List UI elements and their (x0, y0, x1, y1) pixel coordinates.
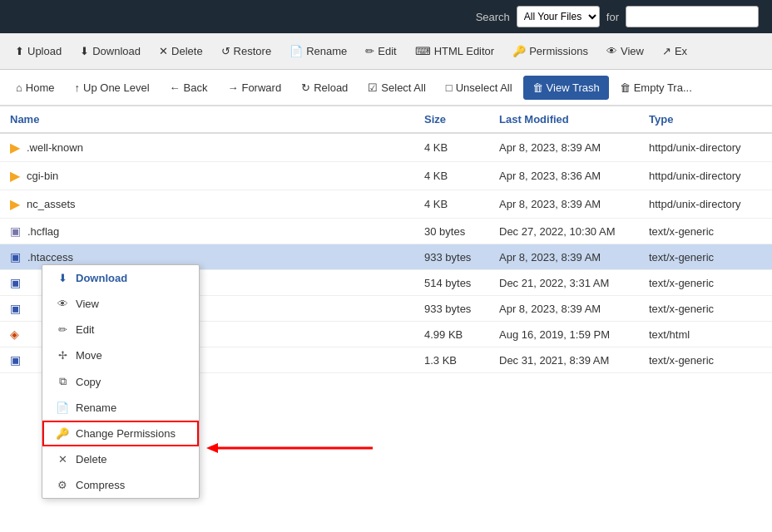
cell-size: 4 KB (414, 133, 489, 162)
folder-icon: ▶ (10, 168, 20, 184)
edit-button[interactable]: ✏ Edit (357, 41, 404, 62)
context-item-download[interactable]: ⬇ Download (42, 265, 199, 291)
col-size[interactable]: Size (414, 106, 489, 133)
reload-button[interactable]: ↻ Reload (292, 76, 357, 100)
file-name: cgi-bin (27, 170, 58, 182)
back-button[interactable]: ← Back (161, 76, 217, 100)
delete-button[interactable]: ✕ Delete (151, 41, 211, 62)
top-bar: Search All Your Files for (0, 0, 772, 33)
restore-button[interactable]: ↺ Restore (213, 41, 280, 62)
cell-size: 30 bytes (414, 219, 489, 244)
cell-size: 933 bytes (414, 244, 489, 270)
up-label: Up One Level (83, 81, 150, 94)
file-icon: ▣ (10, 224, 21, 238)
forward-button[interactable]: → Forward (218, 76, 290, 100)
unselect-all-icon: □ (446, 81, 453, 94)
rename-icon: 📄 (290, 45, 303, 57)
red-arrow-indicator (206, 440, 373, 459)
rename-button[interactable]: 📄 Rename (281, 41, 355, 62)
up-icon: ↑ (75, 81, 81, 94)
context-item-move[interactable]: ✢ Move (42, 342, 199, 368)
table-row[interactable]: ▶ cgi-bin 4 KB Apr 8, 2023, 8:36 AM http… (0, 162, 772, 190)
download-icon: ⬇ (80, 45, 89, 57)
col-name[interactable]: Name (0, 106, 414, 133)
home-icon: ⌂ (16, 81, 22, 94)
cell-modified: Dec 27, 2022, 10:30 AM (489, 219, 639, 244)
delete-icon: ✕ (159, 45, 168, 57)
download-label: Download (76, 272, 127, 284)
html-editor-button[interactable]: ⌨ HTML Editor (407, 41, 502, 62)
context-item-delete[interactable]: ✕ Delete (42, 446, 199, 472)
cell-size: 4 KB (414, 190, 489, 219)
cell-size: 4 KB (414, 162, 489, 190)
view-button[interactable]: 👁 View (598, 41, 652, 62)
context-item-compress[interactable]: ⚙ Compress (42, 472, 199, 498)
col-type[interactable]: Type (639, 106, 772, 133)
view-icon: 👁 (56, 298, 69, 310)
cell-modified: Apr 8, 2023, 8:39 AM (489, 296, 639, 322)
permissions-button[interactable]: 🔑 Permissions (504, 41, 596, 62)
view-icon: 👁 (606, 45, 617, 57)
context-item-rename[interactable]: 📄 Rename (42, 395, 199, 421)
copy-label: Copy (76, 376, 101, 388)
trash-icon: 🗑 (532, 81, 543, 94)
forward-label: Forward (241, 81, 281, 94)
upload-icon: ⬆ (15, 45, 24, 57)
file-icon: ▣ (10, 353, 21, 367)
rename-label: Rename (306, 45, 347, 57)
nav-bar: ⌂ Home ↑ Up One Level ← Back → Forward ↻… (0, 70, 772, 106)
cell-size: 4.99 KB (414, 322, 489, 347)
file-html-icon: ◈ (10, 328, 19, 341)
context-item-change-permissions[interactable]: 🔑 Change Permissions (42, 421, 199, 446)
cell-modified: Apr 8, 2023, 8:39 AM (489, 244, 639, 270)
table-row[interactable]: ▶ nc_assets 4 KB Apr 8, 2023, 8:39 AM ht… (0, 190, 772, 219)
toolbar: ⬆ Upload ⬇ Download ✕ Delete ↺ Restore 📄… (0, 33, 772, 70)
context-item-copy[interactable]: ⧉ Copy (42, 368, 199, 395)
view-trash-label: View Trash (547, 81, 600, 94)
context-item-view[interactable]: 👁 View (42, 291, 199, 317)
move-label: Move (76, 349, 102, 362)
table-row[interactable]: ▣ .hcflag 30 bytes Dec 27, 2022, 10:30 A… (0, 219, 772, 244)
delete-icon: ✕ (56, 453, 69, 466)
cell-modified: Dec 31, 2021, 8:39 AM (489, 347, 639, 373)
html-editor-icon: ⌨ (415, 45, 431, 57)
cell-size: 933 bytes (414, 296, 489, 322)
download-button[interactable]: ⬇ Download (72, 41, 149, 62)
view-label: View (621, 45, 644, 57)
unselect-all-button[interactable]: □ Unselect All (437, 76, 522, 100)
view-label: View (76, 298, 99, 310)
reload-label: Reload (314, 81, 348, 94)
select-all-button[interactable]: ☑ Select All (359, 76, 434, 100)
back-label: Back (184, 81, 208, 94)
rename-label: Rename (76, 401, 116, 414)
forward-icon: → (227, 81, 238, 94)
view-trash-button[interactable]: 🗑 View Trash (523, 76, 609, 100)
cell-modified: Dec 21, 2022, 3:31 AM (489, 270, 639, 296)
context-menu: ⬇ Download 👁 View ✏ Edit ✢ Move ⧉ Copy 📄… (42, 264, 200, 499)
home-label: Home (26, 81, 55, 94)
file-name: .hcflag (27, 225, 59, 238)
unselect-all-label: Unselect All (456, 81, 512, 94)
folder-icon: ▶ (10, 140, 20, 155)
cell-modified: Aug 16, 2019, 1:59 PM (489, 322, 639, 347)
cell-name: ▣ .hcflag (0, 219, 414, 244)
svg-marker-1 (206, 443, 218, 453)
cell-type: httpd/unix-directory (639, 133, 772, 162)
ex-button[interactable]: ↗ Ex (654, 41, 695, 62)
change-permissions-label: Change Permissions (76, 427, 176, 440)
search-scope-select[interactable]: All Your Files (517, 6, 600, 27)
file-name: .well-known (27, 141, 83, 154)
upload-button[interactable]: ⬆ Upload (7, 41, 70, 62)
home-button[interactable]: ⌂ Home (7, 76, 64, 100)
col-last-modified[interactable]: Last Modified (489, 106, 639, 133)
context-item-edit[interactable]: ✏ Edit (42, 317, 199, 342)
search-input[interactable] (626, 6, 759, 27)
up-one-level-button[interactable]: ↑ Up One Level (66, 76, 159, 100)
table-row[interactable]: ▶ .well-known 4 KB Apr 8, 2023, 8:39 AM … (0, 133, 772, 162)
reload-icon: ↻ (301, 81, 310, 94)
cell-modified: Apr 8, 2023, 8:39 AM (489, 190, 639, 219)
cell-name: ▶ .well-known (0, 133, 414, 162)
empty-trash-icon: 🗑 (620, 81, 631, 94)
empty-trash-button[interactable]: 🗑 Empty Tra... (611, 76, 701, 100)
ex-icon: ↗ (662, 45, 671, 57)
